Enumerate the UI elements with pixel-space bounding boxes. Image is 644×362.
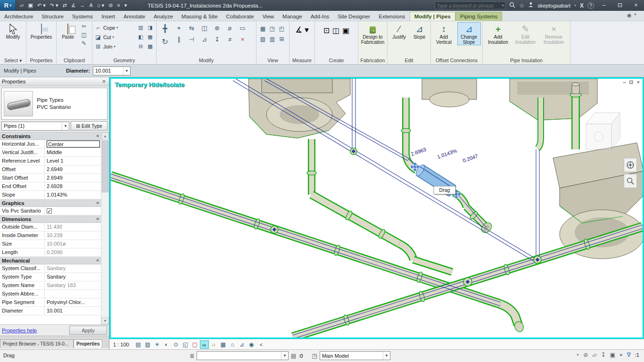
text-icon[interactable]: A [88, 0, 95, 10]
analytical-model-icon[interactable]: ⊿ [238, 340, 247, 349]
design-option-dropdown[interactable]: Main Model ▼ [320, 351, 390, 360]
panel-label-offset-connections[interactable]: Offset Connections [431, 57, 482, 64]
diameter-dropdown[interactable]: 10.001 ▼ [93, 66, 131, 75]
redo-icon[interactable]: ↷ ▾ [48, 0, 60, 10]
panel-label-clipboard[interactable]: Clipboard [57, 57, 92, 64]
add-vertical-button[interactable]: ↕ Add Vertical [433, 22, 455, 45]
justify-button[interactable]: ∕ Justify [389, 22, 409, 41]
drawing-area[interactable]: Temporary Hide/Isolate – ⊡ × [109, 77, 644, 339]
default-3d-view-icon[interactable]: ⌂ ▾ [95, 0, 106, 10]
show-rendering-icon[interactable]: ⊙ [172, 340, 181, 349]
vertical-pipe-valve[interactable] [570, 83, 581, 150]
property-value[interactable]: 10.001ø [47, 241, 66, 247]
property-row[interactable]: Vertical Justifi... Middle [0, 148, 101, 157]
temporary-hide-isolate-icon[interactable]: ∞ [200, 340, 209, 349]
window-minimize-icon[interactable]: – [598, 0, 610, 11]
cut-icon[interactable]: ✂ [79, 22, 89, 31]
ribbon-tab[interactable]: Massing & Site [177, 12, 222, 21]
measure-icon[interactable]: ∡ [69, 0, 78, 10]
detail-level-icon[interactable]: ▤ [134, 340, 143, 349]
trim-icon[interactable]: ⊣ [185, 34, 198, 45]
panel-label-select[interactable]: Select ▾ [0, 57, 26, 64]
create-similar-icon[interactable]: ◫ [332, 26, 339, 35]
ribbon-tab[interactable]: Analyze [149, 12, 177, 21]
geometry-row-button[interactable]: ⊞ Join ▾ ⊟ ▩ [93, 42, 155, 51]
undo-icon[interactable]: ↶ ▾ [35, 0, 48, 10]
select-underlay-icon[interactable]: ▱ [592, 352, 596, 358]
panel-label-edit[interactable]: Edit [388, 57, 430, 64]
measure-tool-icon[interactable]: ∡ ▾ [295, 25, 309, 35]
property-row[interactable]: Pipe Segment Polyvinyl Chlor... [0, 298, 101, 307]
property-row[interactable]: Length 0.2090 [0, 248, 101, 257]
collapse-icon[interactable]: « [96, 218, 101, 221]
visual-style-icon[interactable]: ▧ [143, 340, 152, 349]
sun-path-icon[interactable]: ☀ [153, 340, 162, 349]
window-restore-icon[interactable]: ⊡ [614, 0, 626, 11]
property-row[interactable]: End Offset 2.6928 [0, 182, 101, 191]
background-processes-icon[interactable]: ◔ [576, 352, 579, 358]
edit-insulation-button[interactable]: ✎ Edit Insulation [512, 22, 539, 45]
scroll-up-icon[interactable]: ▲ [101, 132, 109, 140]
help-icon[interactable]: ? [587, 2, 594, 9]
ribbon-tab[interactable]: Modify | Pipes [410, 12, 455, 21]
property-value[interactable]: Sanitary [47, 274, 66, 280]
plumbing-fixture-top-right[interactable] [510, 79, 597, 120]
chevron-down-icon[interactable]: ▼ [123, 67, 130, 75]
apply-button[interactable]: Apply [69, 326, 107, 335]
split-icon[interactable]: ⌀ [223, 23, 236, 34]
linework-icon[interactable]: ▥ [268, 33, 277, 44]
property-value[interactable]: 10.239 [47, 232, 63, 238]
ribbon-tab[interactable]: Systems [68, 12, 97, 21]
section-header-constraints[interactable]: Constraints« [0, 132, 101, 140]
panel-label-measure[interactable]: Measure [289, 57, 314, 64]
mirror-icon[interactable]: ◫ [198, 23, 211, 34]
geometry-extra-icon[interactable]: ◨ [146, 25, 154, 31]
collapse-icon[interactable]: « [96, 259, 101, 262]
zoom-button[interactable] [624, 174, 637, 188]
geometry-extra-icon[interactable]: ▩ [146, 43, 154, 49]
drag-on-selection-icon[interactable]: ⌖ [619, 352, 623, 358]
save-icon[interactable]: ▣ [26, 0, 34, 10]
expand-control-bar-icon[interactable]: < [257, 342, 263, 347]
chevron-down-icon[interactable]: ▼ [383, 352, 390, 360]
transfer-icon[interactable]: ⇄ [60, 0, 68, 10]
match-type-icon[interactable]: ✎ [79, 39, 89, 48]
property-value[interactable]: Sanitary [47, 265, 66, 271]
property-row[interactable]: Offset 2.6949 [0, 165, 101, 174]
property-row[interactable]: Vis Pvc Sanitario [0, 207, 101, 215]
property-row[interactable]: Inside Diameter 10.239 [0, 231, 101, 240]
rotate-icon[interactable]: ↻ [158, 36, 172, 48]
align-icon[interactable]: ⌖ [173, 23, 185, 34]
steering-wheel-button[interactable] [624, 158, 637, 172]
geometry-extra-icon[interactable]: ◧ [137, 34, 145, 40]
worksets-icon[interactable]: ≣ [190, 353, 194, 359]
window-close-icon[interactable]: × [630, 0, 642, 11]
property-value[interactable]: Center [47, 140, 100, 148]
properties-button[interactable]: Properties [30, 22, 53, 41]
property-row[interactable]: System Type Sanitary [0, 273, 101, 281]
property-value[interactable]: 2.6949 [47, 175, 63, 181]
favorites-star-icon[interactable]: ☆ [519, 2, 524, 9]
qat-customize-icon[interactable]: ▾ [123, 0, 129, 10]
ribbon-tab[interactable]: Site Designer [333, 12, 374, 21]
design-options-icon[interactable]: ◳ [312, 353, 317, 359]
help-search-box[interactable]: ▾ [435, 1, 505, 9]
app-menu-button[interactable]: R ▾ [0, 0, 16, 11]
ribbon-tab[interactable]: Architecture [0, 12, 37, 21]
property-value[interactable]: Polyvinyl Chlor... [47, 299, 85, 305]
close-icon[interactable]: × [101, 78, 107, 85]
property-checkbox[interactable] [47, 208, 52, 214]
panel-label-pipe-insulation[interactable]: Pipe Insulation [483, 57, 570, 64]
chevron-down-icon[interactable]: ▾ [574, 3, 576, 8]
copy-icon[interactable]: ◫ [79, 31, 89, 39]
dimension-label[interactable]: 0.2047 [462, 153, 479, 164]
ribbon-tab[interactable]: Insert [97, 12, 119, 21]
aligned-dimension-icon[interactable]: ↔ [78, 0, 87, 10]
property-row[interactable]: System Classif... Sanitary [0, 264, 101, 273]
panel-label-properties[interactable]: Properties [26, 57, 56, 64]
create-assembly-icon[interactable]: ▣ [342, 26, 349, 35]
view-restore-icon[interactable]: ⊡ [629, 79, 633, 85]
select-by-face-icon[interactable]: ▣ [610, 352, 615, 358]
geometry-extra-icon[interactable]: ▦ [146, 34, 154, 40]
ribbon-cycle-icon[interactable]: ◉ [627, 12, 632, 18]
